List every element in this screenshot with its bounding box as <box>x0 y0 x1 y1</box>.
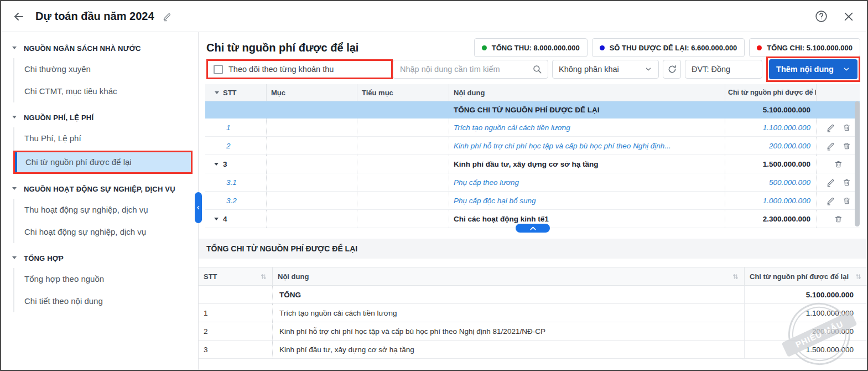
cell-stt: 3.2 <box>205 192 267 209</box>
status-dot-icon <box>482 45 487 50</box>
summary-row[interactable]: 1Trích tạo nguồn cải cách tiền lương1.10… <box>199 304 867 322</box>
edit-pencil-icon[interactable] <box>826 196 835 205</box>
status-dot-icon <box>757 45 762 50</box>
sidebar-item[interactable]: Chi thường xuyên <box>14 58 198 80</box>
trash-icon[interactable] <box>843 141 851 151</box>
back-arrow-icon[interactable] <box>12 10 25 23</box>
sidebar-item[interactable]: Tổng hợp theo nguồn <box>14 268 198 290</box>
summary-row[interactable]: 3Kinh phí đầu tư, xây dựng cơ sở hạ tầng… <box>199 341 867 359</box>
cell-amount: 1.100.000.000 <box>725 118 817 136</box>
sidebar-item-group: Chi thường xuyênChi CTMT, mục tiêu khác <box>13 58 198 102</box>
cell-amount: 500.000.000 <box>725 173 817 191</box>
add-content-button[interactable]: Thêm nội dung <box>769 59 857 79</box>
cell-stt: 3 <box>205 155 267 173</box>
cell-noi-dung: TỔNG CHI TỪ NGUỒN PHÍ ĐƯỢC ĐỂ LẠI <box>449 101 725 118</box>
edit-pencil-icon[interactable] <box>826 123 835 132</box>
grid-row[interactable]: 3.2Phụ cấp độc hại bổ sung1.000.000.000 <box>205 192 860 210</box>
cell-tieu-muc <box>357 192 449 209</box>
grid-row[interactable]: 1Trích tạo nguồn cải cách tiền lương1.10… <box>205 118 860 137</box>
cell-actions <box>817 192 860 209</box>
summary-header-noi-dung-label: Nội dung <box>278 272 309 281</box>
sidebar-section-header[interactable]: NGUỒN PHÍ, LỆ PHÍ <box>1 109 198 127</box>
collapse-table-button[interactable] <box>516 224 550 233</box>
grid-header: STT Mục Tiểu mục Nội dung Chi từ nguồn p… <box>205 84 860 101</box>
cell-noi-dung: Phụ cấp độc hại bổ sung <box>449 192 725 209</box>
track-per-receipt-checkbox[interactable] <box>214 65 223 74</box>
close-icon[interactable] <box>843 11 855 23</box>
collapse-row-icon[interactable] <box>214 163 219 166</box>
grid-row[interactable]: 2Kinh phí hỗ trợ chi phí học tập và cấp … <box>205 137 860 155</box>
expand-all-icon[interactable] <box>215 91 219 94</box>
sidebar-item[interactable]: Chi CTMT, mục tiêu khác <box>14 80 198 102</box>
cell-stt: 3.1 <box>205 173 267 191</box>
grid-header-stt[interactable]: STT <box>205 84 267 101</box>
allocation-filter-select[interactable]: Không phân khai <box>552 60 659 79</box>
page-title: Chi từ nguồn phí được để lại <box>206 42 358 54</box>
chevron-down-icon <box>843 65 850 73</box>
summary-header-amount[interactable]: Chi từ nguồn phí được để lại <box>745 267 867 285</box>
summary-total-row[interactable]: TỔNG5.100.000.000 <box>199 286 867 304</box>
grid-body: TỔNG CHI TỪ NGUỒN PHÍ ĐƯỢC ĐỂ LẠI5.100.0… <box>205 101 860 228</box>
cell-amount: 1.500.000.000 <box>725 155 817 173</box>
cell-noi-dung: Kinh phí đầu tư, xây dựng cơ sở hạ tầng <box>273 341 745 358</box>
trash-icon[interactable] <box>834 214 843 224</box>
grid-header-amount[interactable]: Chi từ nguồn phí được để lại <box>725 84 817 101</box>
cell-amount: 200.000.000 <box>745 322 867 340</box>
grid-row[interactable]: 3Kinh phí đầu tư, xây dựng cơ sở hạ tầng… <box>205 155 860 173</box>
summary-row[interactable]: 2Kinh phí hỗ trợ chi phí học tập và cấp … <box>199 322 867 341</box>
cell-stt <box>205 101 267 118</box>
sidebar-item[interactable]: Chi tiết theo nội dung <box>14 290 198 312</box>
grid-header-tieu-muc[interactable]: Tiểu mục <box>357 84 449 101</box>
grid-header-noi-dung[interactable]: Nội dung <box>449 84 725 101</box>
edit-pencil-icon[interactable] <box>826 141 835 151</box>
edit-pencil-icon[interactable] <box>826 178 835 187</box>
grid-header-muc[interactable]: Mục <box>267 84 357 101</box>
grid-total-row[interactable]: TỔNG CHI TỪ NGUỒN PHÍ ĐƯỢC ĐỂ LẠI5.100.0… <box>205 101 860 118</box>
cell-muc <box>267 192 357 209</box>
search-input[interactable] <box>399 64 532 74</box>
chevron-down-icon <box>12 187 17 190</box>
trash-icon[interactable] <box>834 159 843 169</box>
grid-row[interactable]: 3.1Phụ cấp theo lương500.000.000 <box>205 173 860 192</box>
add-content-label: Thêm nội dung <box>776 65 834 74</box>
cell-amount: 2.300.000.000 <box>725 210 817 228</box>
sort-icon <box>855 273 862 280</box>
sidebar-item[interactable]: Chi từ nguồn phí được để lại <box>15 152 191 172</box>
sidebar-sections: NGUỒN NGÂN SÁCH NHÀ NƯỚCChi thường xuyên… <box>1 40 198 312</box>
grid-scrollbar <box>855 101 860 226</box>
cell-muc <box>267 173 357 191</box>
sidebar-section-header[interactable]: NGUỒN HOẠT ĐỘNG SỰ NGHIỆP, DỊCH VỤ <box>1 181 198 199</box>
sidebar-item-group: Tổng hợp theo nguồnChi tiết theo nội dun… <box>13 268 198 312</box>
trash-icon[interactable] <box>843 196 851 205</box>
edit-title-pencil-icon[interactable] <box>162 12 172 22</box>
summary-header-stt[interactable]: STT <box>199 267 273 285</box>
sidebar-section-header[interactable]: TỔNG HỢP <box>1 250 198 268</box>
sidebar-section-header[interactable]: NGUỒN NGÂN SÁCH NHÀ NƯỚC <box>1 40 198 58</box>
cell-muc <box>267 118 357 136</box>
summary-header-amount-label: Chi từ nguồn phí được để lại <box>750 272 849 281</box>
grid-scrollbar-thumb[interactable] <box>855 101 860 226</box>
sidebar-item-group: Thu hoạt động sự nghiệp, dịch vụChi hoạt… <box>13 199 198 243</box>
chevron-down-icon <box>12 256 17 259</box>
sidebar-item[interactable]: Thu Phí, Lệ phí <box>14 127 198 150</box>
window-title: Dự toán đầu năm 2024 <box>35 10 154 23</box>
sidebar-item[interactable]: Chi hoạt động sự nghiệp, dịch vụ <box>14 221 198 243</box>
summary-section: TỔNG CHI TỪ NGUỒN PHÍ ĐƯỢC ĐỂ LẠI STT Nộ… <box>199 239 867 359</box>
refresh-button[interactable] <box>663 60 681 79</box>
cell-actions <box>817 118 860 136</box>
trash-icon[interactable] <box>843 123 851 132</box>
chevron-down-icon <box>644 65 652 73</box>
help-icon[interactable] <box>814 9 828 23</box>
trash-icon[interactable] <box>843 178 851 187</box>
sidebar: NGUỒN NGÂN SÁCH NHÀ NƯỚCChi thường xuyên… <box>1 32 199 371</box>
cell-actions <box>817 155 860 173</box>
collapse-row-icon[interactable] <box>214 218 219 220</box>
cell-actions <box>817 210 860 228</box>
toolbar-controls: Không phân khai ĐVT: Đồng Thêm nội du <box>393 56 860 82</box>
chevron-down-icon <box>12 47 17 49</box>
cell-actions <box>817 173 860 191</box>
summary-header-noi-dung[interactable]: Nội dung <box>273 267 745 285</box>
sidebar-collapse-handle[interactable] <box>195 192 202 223</box>
sidebar-item[interactable]: Thu hoạt động sự nghiệp, dịch vụ <box>14 199 198 221</box>
search-icon[interactable] <box>532 64 542 74</box>
